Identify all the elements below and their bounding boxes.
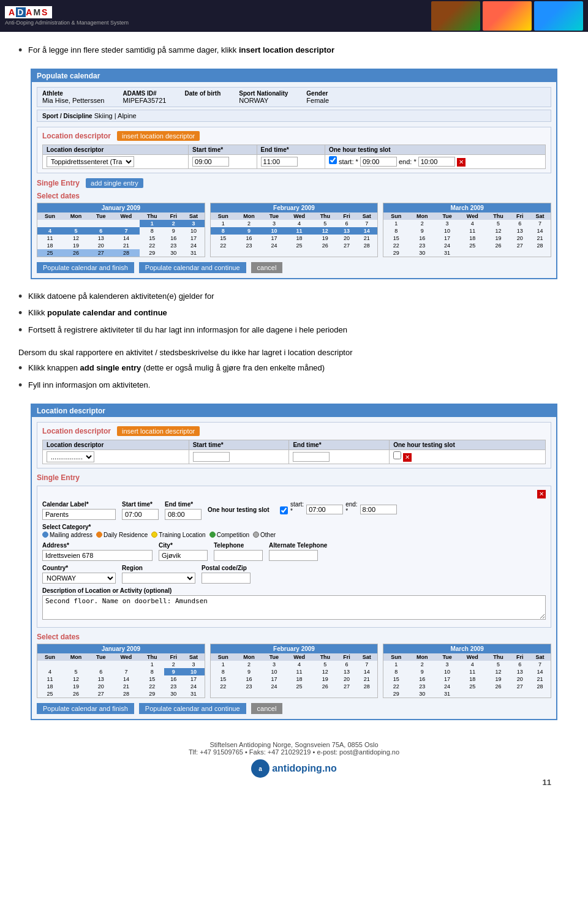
start-time-input-form[interactable] [122,509,159,520]
location-descriptor-section-1: Location descriptor insert location desc… [37,127,551,173]
cancel-btn-2[interactable]: cancel [251,703,283,714]
radio-dot-daily [96,532,102,538]
start-time-col-2: Start time* [122,501,159,520]
radio-dot-competition [209,532,216,538]
desc-col: Description of Location or Activity (opt… [42,587,546,620]
desc-textarea[interactable]: Second floor. Name on doorbell: Amundsen [42,595,546,620]
postal-input[interactable] [202,573,251,584]
radio-competition[interactable]: Competition [209,532,249,538]
cancel-btn-1[interactable]: cancel [251,262,283,273]
location-table-2: Location descriptor Start time* End time… [42,440,546,464]
january-calendar-1: January 2009 SunMonTueWedThuFriSat 123 4… [37,203,205,257]
location-section-header-2: Location descriptor insert location desc… [42,426,546,436]
bullet2-item-1: • Klikk datoene på kalenderen aktivitete… [18,290,570,304]
populate-finish-btn-2[interactable]: Populate calendar and finish [37,703,134,714]
cal-actions-2: Populate calendar and finish Populate ca… [37,703,551,714]
telephone-input[interactable] [214,550,263,561]
slot-end-input-1[interactable] [418,157,455,167]
section1-bullets: • For å legge inn flere steder samtidig … [18,44,570,58]
end-time-cell-2 [289,449,390,464]
one-hour-col-2: One hour testing slot start: * end: * [208,501,397,514]
region-col: Region [122,565,195,584]
address-col: Address* [42,542,153,561]
end-time-input-form[interactable] [165,509,202,520]
city-col: City* [159,542,208,561]
location-descriptor-section-2: Location descriptor insert location desc… [37,422,551,468]
section3-bullet-1: • Klikk knappen add single entry (dette … [18,362,570,375]
location-table-1: Location descriptor Start time* End time… [42,145,546,169]
calendar-box-1-title: Populate calendar [32,70,556,82]
add-single-entry-btn-1[interactable]: add single entry [86,178,143,188]
dob-col: Date of birth [184,90,221,104]
section3-bullet-text-1: Klikk knappen add single entry (dette er… [28,362,570,374]
slot-start-input-1[interactable] [360,157,397,167]
section3-para: Dersom du skal rapportere en aktivitet /… [18,348,570,357]
feb-title-1: February 2009 [211,203,378,212]
city-input[interactable] [159,550,208,561]
february-calendar-1: February 2009 SunMonTueWedThuFriSat 1234… [210,203,379,257]
mar-table-2: SunMonTueWedThuFriSat 1234567 8910111213… [383,653,551,698]
start-time-input-2[interactable] [193,452,230,462]
calendar-label-input[interactable] [42,509,116,520]
footer-line2: Tlf: +47 91509765 • Faks: +47 21029219 •… [18,748,570,756]
form-row-address: Address* City* Telephone Alternate Telep… [42,542,546,561]
radio-mailing[interactable]: Mailing address [42,532,92,538]
radio-other[interactable]: Other [253,532,276,538]
slot-start-form[interactable] [306,505,343,514]
calendar-box-1: Populate calendar Athlete Mia Hise, Pett… [31,69,557,279]
one-hour-checkbox-1[interactable] [329,156,337,164]
footer: Stiftelsen Antidoping Norge, Sognsveien … [18,731,570,783]
header-subtitle: Anti-Doping Administration & Management … [5,20,129,26]
one-hour-header-2: One hour testing slot [390,440,546,449]
address-input[interactable] [42,550,153,561]
region-select[interactable] [122,573,195,584]
telephone-col: Telephone [214,542,263,561]
loc-desc-select-2[interactable]: ................. [47,451,94,462]
close-single-entry[interactable]: ✕ [537,490,546,498]
alt-telephone-col: Alternate Telephone [269,542,327,561]
main-content: • For å legge inn flere steder samtidig … [0,32,588,795]
end-time-input-2[interactable] [293,452,330,462]
country-select[interactable]: NORWAY [42,573,116,584]
header-sports-img-3 [534,1,583,31]
one-hour-header: One hour testing slot [325,145,545,154]
footer-logo-text: antidoping.no [272,763,337,774]
radio-training[interactable]: Training Location [151,532,205,538]
populate-finish-btn-1[interactable]: Populate calendar and finish [37,262,134,273]
insert-location-descriptor-btn-2[interactable]: insert location descriptor [117,426,200,436]
loc-desc-select[interactable]: Toppidrettssenteret (Tra [47,156,134,167]
loc-desc-cell: Toppidrettssenteret (Tra [43,154,189,168]
start-time-input-1[interactable] [192,157,229,167]
remove-slot-btn-1[interactable]: ✕ [457,158,466,167]
radio-daily[interactable]: Daily Residence [96,532,148,538]
one-hour-checkbox-2[interactable] [393,451,401,459]
category-radio-group: Mailing address Daily Residence Training… [42,532,546,538]
end-time-header: End time* [257,145,325,154]
bullet2-text-3: Fortsett å registrere aktiviteter til du… [28,324,570,336]
form-row-country: Country* NORWAY Region Postal code/Zip [42,565,546,584]
footer-logo: a antidoping.no [18,759,570,778]
one-hour-checkbox-form[interactable] [280,506,288,514]
slot-end-form[interactable] [360,505,397,514]
calendars-row-2: January 2009 SunMonTueWedThuFriSat 123 4… [37,644,551,698]
bullet-dot-1: • [18,44,28,58]
end-time-input-1[interactable] [261,157,298,167]
mar-title-2: March 2009 [383,644,551,653]
bullet-dot-2b: • [18,307,28,320]
march-calendar-1: March 2009 SunMonTueWedThuFriSat 1234567… [383,203,551,257]
remove-slot-btn-2[interactable]: ✕ [403,453,412,462]
feb-title-2: February 2009 [211,644,378,653]
sport-row: Sport / Discipline Skiing | Alpine [37,110,551,122]
bullet1-text: For å legge inn flere steder samtidig på… [28,44,570,56]
location-row-2: ................. ✕ [43,449,546,464]
start-time-header-2: Start time* [189,440,289,449]
populate-continue-btn-1[interactable]: Populate calendar and continue [139,262,246,273]
location-row-1: Toppidrettssenteret (Tra s [43,154,546,168]
populate-continue-btn-2[interactable]: Populate calendar and continue [139,703,246,714]
alt-telephone-input[interactable] [269,550,318,561]
insert-location-descriptor-btn-1[interactable]: insert location descriptor [117,131,200,141]
country-col: Country* NORWAY [42,565,116,584]
loc-desc-header: Location descriptor [43,145,189,154]
january-calendar-2: January 2009 SunMonTueWedThuFriSat 123 4… [37,644,205,698]
section3-bullet-text-2: Fyll inn informasjon om aktiviteten. [28,379,570,391]
